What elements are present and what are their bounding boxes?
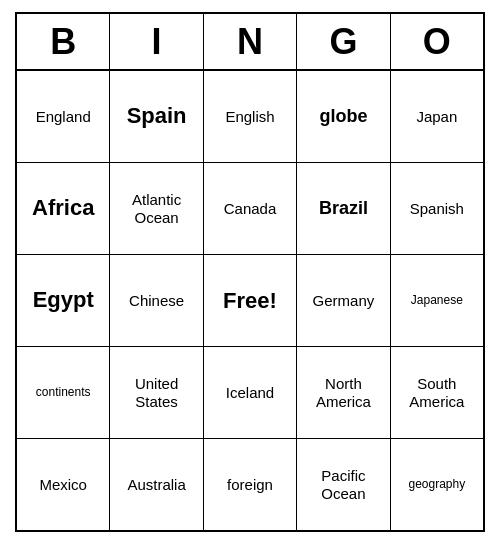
cell-text-2-1: Chinese [129, 292, 184, 310]
cell-text-1-0: Africa [32, 195, 94, 221]
bingo-row-1: AfricaAtlantic OceanCanadaBrazilSpanish [17, 163, 483, 255]
bingo-cell-1-1: Atlantic Ocean [110, 163, 203, 254]
bingo-cell-4-3: Pacific Ocean [297, 439, 390, 530]
bingo-body: EnglandSpainEnglishglobeJapanAfricaAtlan… [17, 71, 483, 530]
header-letter-B: B [17, 14, 110, 69]
cell-text-3-0: continents [36, 385, 91, 399]
cell-text-0-0: England [36, 108, 91, 126]
bingo-row-2: EgyptChineseFree!GermanyJapanese [17, 255, 483, 347]
cell-text-1-3: Brazil [319, 198, 368, 220]
cell-text-0-4: Japan [416, 108, 457, 126]
bingo-cell-0-1: Spain [110, 71, 203, 162]
cell-text-4-2: foreign [227, 476, 273, 494]
bingo-cell-4-4: geography [391, 439, 483, 530]
bingo-cell-2-1: Chinese [110, 255, 203, 346]
bingo-cell-0-0: England [17, 71, 110, 162]
bingo-cell-0-3: globe [297, 71, 390, 162]
cell-text-1-2: Canada [224, 200, 277, 218]
bingo-cell-1-0: Africa [17, 163, 110, 254]
bingo-cell-2-3: Germany [297, 255, 390, 346]
bingo-cell-3-4: South America [391, 347, 483, 438]
cell-text-1-4: Spanish [410, 200, 464, 218]
cell-text-2-2: Free! [223, 288, 277, 314]
cell-text-0-1: Spain [127, 103, 187, 129]
bingo-cell-0-2: English [204, 71, 297, 162]
cell-text-2-0: Egypt [33, 287, 94, 313]
header-letter-G: G [297, 14, 390, 69]
bingo-cell-2-0: Egypt [17, 255, 110, 346]
bingo-card: BINGO EnglandSpainEnglishglobeJapanAfric… [15, 12, 485, 532]
cell-text-3-4: South America [395, 375, 479, 411]
cell-text-4-1: Australia [127, 476, 185, 494]
bingo-cell-1-2: Canada [204, 163, 297, 254]
bingo-cell-1-4: Spanish [391, 163, 483, 254]
header-letter-I: I [110, 14, 203, 69]
header-letter-O: O [391, 14, 483, 69]
bingo-cell-4-2: foreign [204, 439, 297, 530]
cell-text-4-4: geography [408, 477, 465, 491]
bingo-cell-1-3: Brazil [297, 163, 390, 254]
cell-text-3-3: North America [301, 375, 385, 411]
cell-text-3-2: Iceland [226, 384, 274, 402]
bingo-cell-0-4: Japan [391, 71, 483, 162]
header-letter-N: N [204, 14, 297, 69]
cell-text-2-3: Germany [313, 292, 375, 310]
bingo-cell-3-1: United States [110, 347, 203, 438]
cell-text-0-2: English [225, 108, 274, 126]
bingo-row-3: continentsUnited StatesIcelandNorth Amer… [17, 347, 483, 439]
cell-text-3-1: United States [114, 375, 198, 411]
bingo-cell-2-4: Japanese [391, 255, 483, 346]
bingo-cell-3-3: North America [297, 347, 390, 438]
cell-text-1-1: Atlantic Ocean [114, 191, 198, 227]
bingo-cell-4-0: Mexico [17, 439, 110, 530]
bingo-row-0: EnglandSpainEnglishglobeJapan [17, 71, 483, 163]
cell-text-4-0: Mexico [39, 476, 87, 494]
cell-text-0-3: globe [319, 106, 367, 128]
cell-text-4-3: Pacific Ocean [301, 467, 385, 503]
bingo-cell-3-0: continents [17, 347, 110, 438]
bingo-header: BINGO [17, 14, 483, 71]
bingo-row-4: MexicoAustraliaforeignPacific Oceangeogr… [17, 439, 483, 530]
bingo-cell-2-2: Free! [204, 255, 297, 346]
bingo-cell-4-1: Australia [110, 439, 203, 530]
cell-text-2-4: Japanese [411, 293, 463, 307]
bingo-cell-3-2: Iceland [204, 347, 297, 438]
